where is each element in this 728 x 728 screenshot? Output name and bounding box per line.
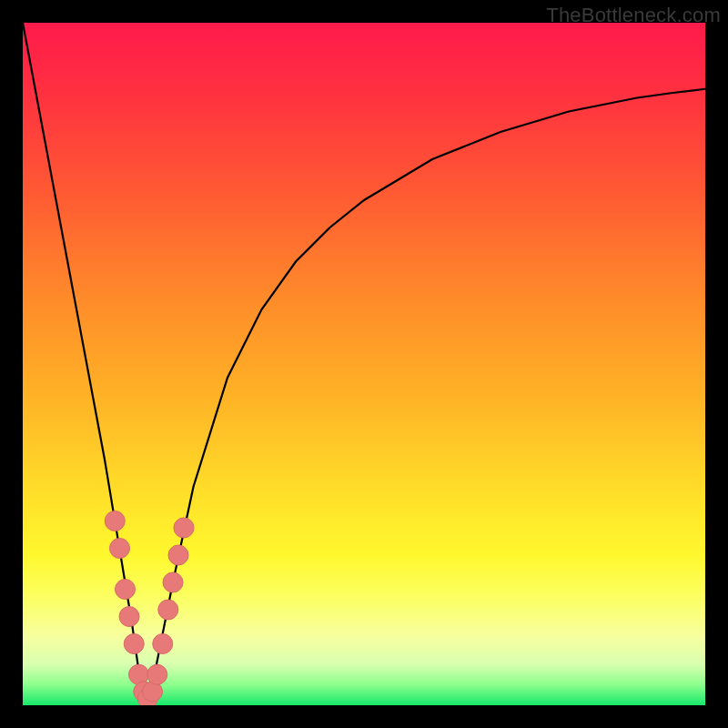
marker-dot <box>168 545 188 565</box>
marker-dot <box>147 664 167 684</box>
marker-dot <box>153 634 173 654</box>
marker-dot <box>110 539 130 559</box>
marker-dot <box>119 607 139 627</box>
plot-area <box>23 23 705 705</box>
chart-svg <box>23 23 705 705</box>
watermark-text: TheBottleneck.com <box>546 4 721 27</box>
marker-dot <box>163 572 183 592</box>
marker-dot <box>174 518 194 538</box>
marker-dot <box>116 580 136 600</box>
chart-frame: TheBottleneck.com <box>0 0 728 728</box>
marker-dot <box>124 634 144 654</box>
marker-layer <box>105 511 194 706</box>
marker-dot <box>105 511 125 531</box>
marker-dot <box>158 600 178 620</box>
